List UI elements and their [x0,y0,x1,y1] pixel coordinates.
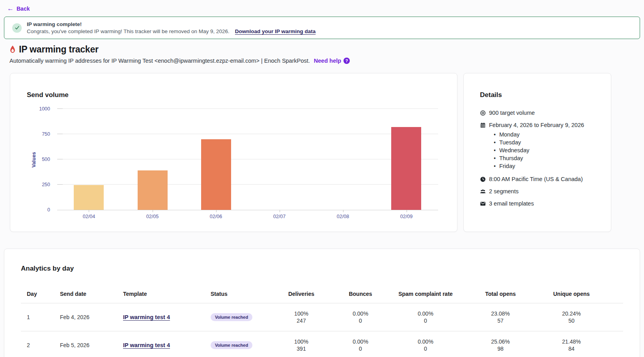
details-sublist-label: Tuesday [499,138,521,146]
metric-percent: 0.00% [333,310,388,317]
back-link[interactable]: ← Back [7,5,30,12]
template-link[interactable]: IP warming test 4 [123,314,170,320]
metric-percent: 21.48% [538,338,605,345]
x-axis-tick [153,210,153,212]
details-item-label: 3 email templates [489,200,534,207]
column-header: Template [123,291,211,297]
details-item-text: 2 segments [489,188,519,194]
column-header: Day [27,291,60,297]
metric-count: 50 [538,317,605,324]
details-item: 2 segments [480,188,600,194]
status-cell: Volume reached [211,313,270,321]
column-header: Status [211,291,270,297]
x-axis-tick [89,210,89,212]
check-icon [12,23,22,33]
success-banner: IP warming complete! Congrats, you've co… [4,17,640,39]
details-sublist-label: Monday [499,131,520,138]
metric-percent: 20.24% [538,310,605,317]
x-axis-tick [407,210,407,212]
x-tick-label: 02/09 [394,214,419,219]
metric-count: 98 [463,345,538,352]
metric-count: 57 [463,317,538,324]
status-cell: Volume reached [211,341,270,349]
axis-tick [57,108,63,109]
metric-count: 84 [538,345,605,352]
details-title: Details [464,73,611,99]
chart-gridline [57,184,438,185]
bullet-icon: • [494,146,496,154]
metric-cell: 21.48%84 [538,338,605,352]
metric-cell: 0.00%0 [388,338,463,352]
bullet-icon: • [494,162,496,170]
x-axis-tick [280,210,280,212]
page-subtitle: Automatically warming IP addresses for I… [9,58,310,64]
analytics-table: DaySend dateTemplateStatusDeliveriesBoun… [21,291,623,357]
send-volume-card: Send volume Values 0250500750100002/0402… [10,73,457,232]
details-list: 900 target volumeFebruary 4, 2026 to Feb… [464,99,611,207]
details-sublist-label: Thursday [499,154,523,162]
details-sublist-item: •Monday [489,131,584,138]
status-badge: Volume reached [211,313,252,321]
template-link[interactable]: IP warming test 4 [123,342,170,348]
bullet-icon: • [494,154,496,162]
details-sublist-item: •Friday [489,162,584,170]
metric-percent: 100% [270,338,333,345]
status-badge: Volume reached [211,341,252,349]
back-arrow-icon: ← [7,5,14,12]
column-header: Deliveries [270,291,333,297]
download-data-link[interactable]: Download your IP warming data [235,28,316,34]
details-item-label: February 4, 2026 to February 9, 2026 [489,122,584,128]
column-header: Bounces [333,291,388,297]
x-tick-label: 02/05 [140,214,165,219]
chart-bar [138,170,168,210]
details-sublist-label: Wednesday [499,146,529,154]
axis-tick [57,159,63,159]
details-item-text: February 4, 2026 to February 9, 2026•Mon… [489,122,584,170]
x-tick-label: 02/04 [76,214,101,219]
metric-cell: 100%247 [270,310,333,324]
metric-percent: 100% [270,310,333,317]
metric-count: 0 [333,317,388,324]
x-tick-label: 02/08 [330,214,356,219]
chart-gridline [57,134,438,134]
chart-bar [74,185,104,210]
details-sublist-item: •Wednesday [489,146,584,154]
metric-count: 0 [388,345,463,352]
metric-cell: 0.00%0 [388,310,463,324]
day-cell: 1 [27,314,60,320]
banner-text: IP warming complete! Congrats, you've co… [27,21,315,34]
x-tick-label: 02/07 [267,214,292,219]
column-header: Total opens [463,291,538,297]
day-cell: 2 [27,342,60,348]
y-tick-label: 250 [33,182,50,187]
metric-cell: 25.06%98 [463,338,538,352]
template-cell: IP warming test 4 [123,314,211,320]
chart-title: Send volume [10,73,457,99]
details-item: 8:00 AM Pacific Time (US & Canada) [480,176,600,182]
details-sublist-label: Friday [499,162,515,170]
y-tick-label: 1000 [33,106,50,112]
metric-percent: 23.08% [463,310,538,317]
table-row: 2Feb 5, 2026IP warming test 4Volume reac… [21,331,623,357]
metric-percent: 0.00% [333,338,388,345]
email-icon [480,201,486,207]
column-header: Unique opens [538,291,605,297]
calendar-icon [480,122,486,128]
table-row: 1Feb 4, 2026IP warming test 4Volume reac… [21,303,623,331]
help-question-icon[interactable]: ? [343,58,350,64]
details-item-label: 2 segments [489,188,519,194]
metric-percent: 0.00% [388,338,463,345]
chart-gridline [57,159,438,159]
need-help-link[interactable]: Need help [314,58,341,64]
details-sublist-item: •Thursday [489,154,584,162]
clock-icon [480,176,486,182]
page: ← Back IP warming complete! Congrats, yo… [0,0,644,357]
analytics-card: Analytics by day DaySend dateTemplateSta… [4,249,640,357]
bullet-icon: • [494,131,496,138]
metric-cell: 20.24%50 [538,310,605,324]
metric-cell: 23.08%57 [463,310,538,324]
details-item-label: 8:00 AM Pacific Time (US & Canada) [489,176,583,182]
banner-message: Congrats, you've completed IP warming! T… [27,28,230,34]
banner-title: IP warming complete! [27,21,315,27]
metric-percent: 25.06% [463,338,538,345]
